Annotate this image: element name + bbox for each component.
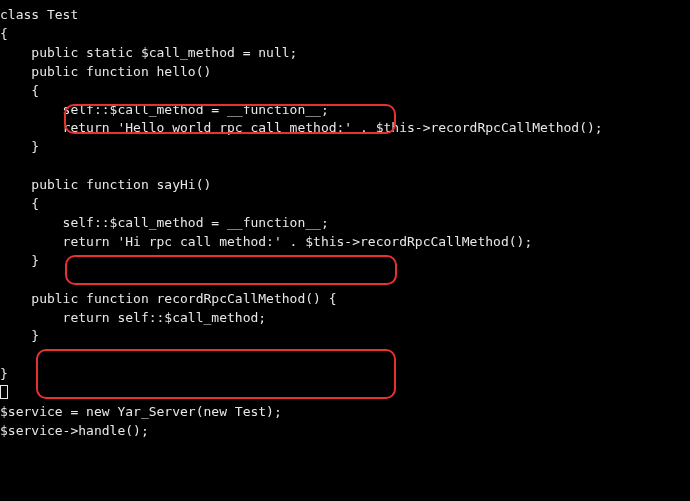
text-cursor [0, 385, 8, 399]
code-line: public function sayHi() [0, 177, 211, 192]
code-line: $service = new Yar_Server(new Test); [0, 404, 282, 419]
code-line: class Test [0, 7, 78, 22]
code-line: } [0, 253, 39, 268]
code-line: self::$call_method = __function__; [0, 215, 329, 230]
code-line: { [0, 196, 39, 211]
code-line: } [0, 366, 8, 381]
code-line: self::$call_method = __function__; [0, 102, 329, 117]
code-line: public function hello() [0, 64, 211, 79]
code-line: public static $call_method = null; [0, 45, 297, 60]
code-block: class Test { public static $call_method … [0, 0, 690, 447]
code-line [0, 385, 8, 400]
code-line: $service->handle(); [0, 423, 149, 438]
code-line: public function recordRpcCallMethod() { [0, 291, 337, 306]
code-line: return 'Hi rpc call method:' . $this->re… [0, 234, 532, 249]
code-line: return self::$call_method; [0, 310, 266, 325]
code-line: } [0, 139, 39, 154]
code-line: { [0, 26, 8, 41]
code-line: } [0, 328, 39, 343]
code-line: { [0, 83, 39, 98]
code-line: return 'Hello world rpc call method:' . … [0, 120, 603, 135]
